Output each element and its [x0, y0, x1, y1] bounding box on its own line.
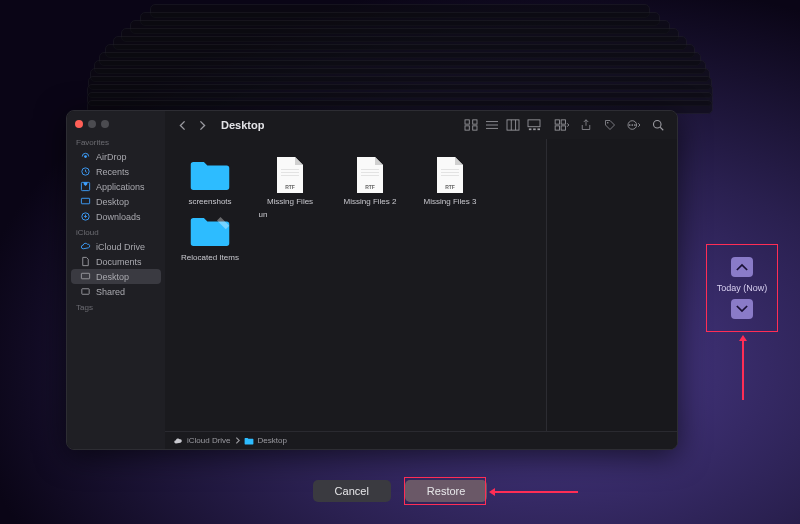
- folder-icon: [189, 211, 231, 251]
- svg-rect-7: [465, 120, 469, 124]
- file-item[interactable]: RTF Missing Files 3: [413, 155, 487, 207]
- main-pane: Desktop screenshots: [165, 111, 677, 449]
- action-button[interactable]: [625, 117, 643, 133]
- cloud-icon: [80, 241, 91, 252]
- share-button[interactable]: [577, 117, 595, 133]
- svg-rect-6: [82, 289, 89, 295]
- time-navigation-panel: Today (Now): [706, 244, 778, 332]
- svg-rect-10: [473, 126, 477, 130]
- sidebar-item-airdrop[interactable]: AirDrop: [71, 149, 161, 164]
- svg-text:RTF: RTF: [285, 184, 295, 190]
- view-icons-button[interactable]: [462, 117, 480, 133]
- action-bar: Cancel Restore: [0, 480, 800, 502]
- path-bar: iCloud Drive Desktop: [165, 431, 677, 449]
- annotation-arrow: [494, 491, 578, 493]
- airdrop-icon: [80, 151, 91, 162]
- sidebar-item-desktop-icloud[interactable]: Desktop: [71, 269, 161, 284]
- svg-rect-15: [537, 128, 540, 130]
- svg-rect-8: [473, 120, 477, 124]
- file-label: Missing Files 3: [424, 198, 477, 207]
- window-title: Desktop: [221, 119, 264, 131]
- rtf-icon: RTF: [349, 155, 391, 195]
- timeline-down-button[interactable]: [731, 299, 753, 319]
- sidebar-item-shared[interactable]: Shared: [71, 284, 161, 299]
- folder-icon: [244, 437, 254, 445]
- sidebar-item-label: Applications: [96, 182, 145, 192]
- svg-rect-35: [441, 172, 459, 173]
- group-button[interactable]: [553, 117, 571, 133]
- cancel-button[interactable]: Cancel: [313, 480, 391, 502]
- file-item[interactable]: RTF Missing Files 2: [333, 155, 407, 207]
- path-segment[interactable]: Desktop: [258, 436, 287, 445]
- sidebar-item-label: Documents: [96, 257, 142, 267]
- sidebar-item-desktop[interactable]: Desktop: [71, 194, 161, 209]
- svg-rect-27: [281, 172, 299, 173]
- timeline-up-button[interactable]: [731, 257, 753, 277]
- file-label: Missing Files: [267, 198, 313, 207]
- view-gallery-button[interactable]: [525, 117, 543, 133]
- zoom-button[interactable]: [101, 120, 109, 128]
- sidebar-item-documents[interactable]: Documents: [71, 254, 161, 269]
- svg-point-25: [654, 121, 662, 129]
- svg-rect-9: [465, 126, 469, 130]
- svg-rect-11: [507, 120, 519, 130]
- forward-button[interactable]: [195, 118, 209, 132]
- close-button[interactable]: [75, 120, 83, 128]
- path-segment[interactable]: iCloud Drive: [187, 436, 231, 445]
- svg-rect-17: [555, 126, 559, 130]
- sidebar-item-label: Downloads: [96, 212, 141, 222]
- svg-rect-18: [561, 120, 565, 124]
- apps-icon: [80, 181, 91, 192]
- file-item[interactable]: RTF Missing Files: [253, 155, 327, 207]
- file-item[interactable]: screenshots: [173, 155, 247, 207]
- timemachine-stack: [90, 4, 710, 104]
- view-list-button[interactable]: [483, 117, 501, 133]
- timeline-label: Today (Now): [717, 283, 768, 293]
- restore-button[interactable]: Restore: [405, 480, 488, 502]
- cloud-icon: [173, 437, 183, 445]
- svg-rect-31: [361, 172, 379, 173]
- section-header-icloud: iCloud: [67, 224, 165, 239]
- svg-point-22: [631, 124, 633, 126]
- svg-rect-16: [555, 120, 559, 124]
- clock-icon: [80, 166, 91, 177]
- back-button[interactable]: [175, 118, 189, 132]
- sidebar-item-icloud-drive[interactable]: iCloud Drive: [71, 239, 161, 254]
- sidebar-item-label: Recents: [96, 167, 129, 177]
- minimize-button[interactable]: [88, 120, 96, 128]
- svg-point-24: [634, 124, 636, 126]
- svg-rect-32: [361, 175, 379, 176]
- svg-rect-5: [81, 273, 89, 279]
- preview-pane: [547, 139, 677, 431]
- sidebar-item-downloads[interactable]: Downloads: [71, 209, 161, 224]
- rtf-icon: RTF: [269, 155, 311, 195]
- file-item[interactable]: un: [253, 211, 273, 263]
- doc-icon: [80, 256, 91, 267]
- svg-rect-36: [441, 175, 459, 176]
- desktop-icon: [80, 196, 91, 207]
- svg-point-0: [84, 155, 87, 158]
- sidebar: Favorites AirDrop Recents Applications D…: [67, 111, 165, 449]
- traffic-lights: [67, 116, 165, 134]
- folder-icon: [189, 155, 231, 195]
- svg-text:RTF: RTF: [445, 184, 455, 190]
- search-button[interactable]: [649, 117, 667, 133]
- svg-rect-26: [281, 169, 299, 170]
- sidebar-item-recents[interactable]: Recents: [71, 164, 161, 179]
- svg-rect-12: [528, 120, 540, 127]
- sidebar-item-label: Desktop: [96, 272, 129, 282]
- chevron-right-icon: [235, 437, 240, 444]
- annotation-arrow: [742, 340, 744, 400]
- sidebar-item-label: Desktop: [96, 197, 129, 207]
- section-header-favorites: Favorites: [67, 134, 165, 149]
- icon-grid[interactable]: screenshots RTF Missing Files RTF Missin…: [165, 139, 546, 431]
- sidebar-item-applications[interactable]: Applications: [71, 179, 161, 194]
- sidebar-item-label: AirDrop: [96, 152, 127, 162]
- file-item[interactable]: Relocated Items: [173, 211, 247, 263]
- svg-point-20: [607, 122, 609, 124]
- view-columns-button[interactable]: [504, 117, 522, 133]
- shared-icon: [80, 286, 91, 297]
- tags-button[interactable]: [601, 117, 619, 133]
- sidebar-item-label: Shared: [96, 287, 125, 297]
- section-header-tags: Tags: [67, 299, 165, 314]
